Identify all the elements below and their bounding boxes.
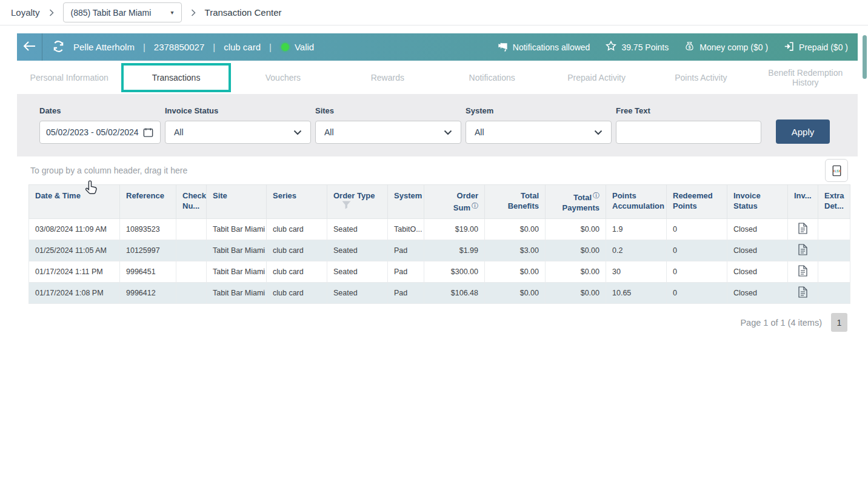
cell-order-type: Seated <box>327 283 388 304</box>
column-header-points-accumulation[interactable]: Points Accumulation <box>606 185 667 219</box>
column-label: Redeemed Points <box>673 191 713 210</box>
cell-points-accumulation: 30 <box>606 261 667 283</box>
free-text-label: Free Text <box>616 106 761 115</box>
notifications-allowed-label: Notifications allowed <box>513 42 590 52</box>
apply-button[interactable]: Apply <box>776 119 830 144</box>
column-header-invoice-status[interactable]: Invoice Status <box>727 185 788 219</box>
cell-date-time: 01/17/2024 1:08 PM <box>29 283 120 304</box>
member-id: 2378850027 <box>154 42 204 52</box>
site-selector-dropdown[interactable]: (885) Tabit Bar Miami ▾ <box>63 2 182 22</box>
cell-order-type: Seated <box>327 240 388 261</box>
cell-system: Pad <box>388 261 424 283</box>
prepaid-badge[interactable]: Prepaid ($0 ) <box>783 41 848 54</box>
column-header-site[interactable]: Site <box>207 185 267 219</box>
invoice-document-icon[interactable] <box>798 223 807 234</box>
export-xlsx-icon: XLSX <box>830 164 843 177</box>
cell-total: $0.00 <box>546 283 606 304</box>
money-comp-badge[interactable]: $ Money comp ($0 ) <box>684 41 768 54</box>
cell-extra-det <box>818 240 850 261</box>
column-label: Series <box>273 191 296 200</box>
column-header-system[interactable]: System <box>388 185 424 219</box>
free-text-field[interactable] <box>616 121 761 144</box>
column-label: Invoice Status <box>733 191 761 210</box>
cell-reference: 9996451 <box>120 261 176 283</box>
column-header-total[interactable]: TotalⓘPayments <box>546 185 606 219</box>
tab-prepaid-activity[interactable]: Prepaid Activity <box>544 63 649 92</box>
column-header-redeemed-points[interactable]: Redeemed Points <box>667 185 727 219</box>
cell-total: $0.00 <box>546 240 606 261</box>
tab-notifications[interactable]: Notifications <box>440 63 544 92</box>
arrow-left-icon <box>23 41 36 53</box>
page-scrollbar[interactable] <box>858 25 868 498</box>
cell-order-type: Seated <box>327 219 388 240</box>
column-header-date-time[interactable]: Date & Time <box>29 185 120 219</box>
cell-total-benefits: $0.00 <box>485 283 546 304</box>
back-button[interactable] <box>17 33 42 61</box>
column-header-order-sum[interactable]: Order Sumⓘ <box>424 185 485 219</box>
cell-series: club card <box>267 283 327 304</box>
column-header-inv[interactable]: Inv... <box>788 185 818 219</box>
column-header-order-type[interactable]: Order Type <box>327 185 388 219</box>
cell-reference: 9996412 <box>120 283 176 304</box>
cell-check-nu <box>176 219 207 240</box>
refresh-icon <box>52 39 65 55</box>
column-label: Total <box>573 193 592 202</box>
cell-points-accumulation: 10.65 <box>606 283 667 304</box>
main-content: Pelle Atterholm | 2378850027 | club card… <box>17 33 858 332</box>
column-header-extra-det[interactable]: Extra Det... <box>818 185 850 219</box>
prepaid-label: Prepaid ($0 ) <box>799 42 848 52</box>
system-select[interactable]: All <box>466 121 612 144</box>
column-header-series[interactable]: Series <box>267 185 327 219</box>
invoice-document-icon[interactable] <box>798 244 807 255</box>
column-header-check-nu[interactable]: Check Nu... <box>176 185 207 219</box>
invoice-status-select[interactable]: All <box>165 121 311 144</box>
svg-text:XLSX: XLSX <box>833 169 841 172</box>
export-xlsx-button[interactable]: XLSX <box>825 159 848 182</box>
date-range-input[interactable] <box>46 127 142 137</box>
chevron-right-icon <box>49 9 54 16</box>
cell-order-sum: $106.48 <box>424 283 485 304</box>
calendar-icon[interactable] <box>142 127 154 138</box>
dates-filter: Dates <box>39 106 161 144</box>
refresh-button[interactable] <box>52 39 65 55</box>
pagination: Page 1 of 1 (4 items) 1 <box>17 313 858 332</box>
column-header-total-benefits[interactable]: Total Benefits <box>485 185 546 219</box>
invoice-document-icon[interactable] <box>798 286 807 298</box>
cell-date-time: 01/25/2024 11:05 AM <box>29 240 120 261</box>
invoice-document-icon[interactable] <box>798 265 807 277</box>
member-name: Pelle Atterholm <box>73 42 135 52</box>
chevron-down-icon <box>444 130 452 135</box>
breadcrumb-root[interactable]: Loyalty <box>11 7 40 18</box>
tab-transactions[interactable]: Transactions <box>121 63 230 92</box>
cell-site: Tabit Bar Miami <box>207 261 267 283</box>
dates-label: Dates <box>39 106 161 115</box>
cell-total: $0.00 <box>546 261 606 283</box>
table-row: 01/17/2024 1:08 PM9996412Tabit Bar Miami… <box>29 283 850 304</box>
tab-rewards[interactable]: Rewards <box>335 63 439 92</box>
sites-select[interactable]: All <box>315 121 461 144</box>
cell-series: club card <box>267 240 327 261</box>
column-label: System <box>394 191 422 200</box>
page-1-button[interactable]: 1 <box>831 313 847 332</box>
svg-text:$: $ <box>689 45 691 50</box>
column-filter-icon[interactable] <box>342 201 351 212</box>
system-filter: System All <box>466 106 612 144</box>
cell-redeemed-points: 0 <box>667 219 727 240</box>
notifications-allowed-badge[interactable]: Notifications allowed <box>497 41 590 53</box>
scrollbar-thumb[interactable] <box>863 35 867 79</box>
cell-site: Tabit Bar Miami <box>207 240 267 261</box>
chevron-down-icon <box>594 130 603 135</box>
sites-filter: Sites All <box>315 106 461 144</box>
tab-vouchers[interactable]: Vouchers <box>231 63 335 92</box>
group-by-bar: To group by a column header, drag it her… <box>17 156 858 184</box>
date-range-field[interactable] <box>39 121 161 144</box>
cell-inv <box>788 240 818 261</box>
page-title: Transaction Center <box>205 7 282 18</box>
free-text-input[interactable] <box>616 121 761 143</box>
points-badge[interactable]: 39.75 Points <box>605 40 669 54</box>
cell-system: TabitO... <box>388 219 424 240</box>
column-header-reference[interactable]: Reference <box>120 185 176 219</box>
tab-points-activity[interactable]: Points Activity <box>649 63 753 92</box>
tab-personal-information[interactable]: Personal Information <box>17 63 121 92</box>
tab-benefit-redemption-history[interactable]: Benefit Redemption History <box>753 58 858 97</box>
